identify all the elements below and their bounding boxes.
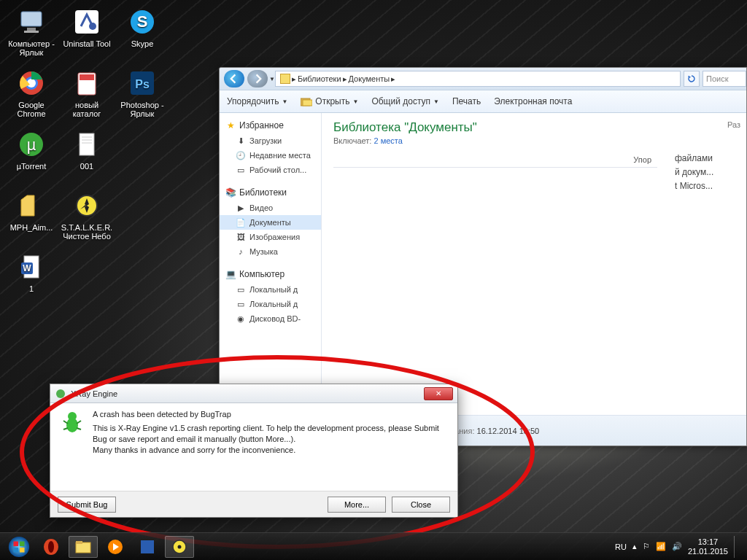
breadcrumb-bar[interactable]: ▸ Библиотеки ▸ Документы ▸: [275, 71, 681, 87]
music-icon: ♪: [236, 246, 246, 257]
content-pane: Библиотека "Документы" Включает: 2 места…: [322, 113, 669, 415]
nav-item-downloads[interactable]: ⬇Загрузки: [220, 133, 321, 148]
list-item[interactable]: t Micros...: [672, 179, 743, 193]
nav-item-localdisk[interactable]: ▭Локальный д: [220, 297, 321, 311]
star-icon: ★: [225, 120, 236, 131]
nav-item-localdisk[interactable]: ▭Локальный д: [220, 282, 321, 297]
explorer-address-bar: ▼ ▸ Библиотеки ▸ Документы ▸ Поиск: [220, 68, 746, 90]
desktop-icon-label: 001: [80, 162, 93, 171]
nav-history-dropdown[interactable]: ▼: [269, 76, 275, 82]
desktop-icon-utorrent[interactable]: µ µTorrent: [4, 127, 58, 185]
library-subtitle: Включает: 2 места: [333, 136, 657, 145]
svg-text:Ps: Ps: [135, 78, 150, 90]
toolbar-organize[interactable]: Упорядочить ▼: [227, 96, 287, 106]
includes-link[interactable]: 2 места: [374, 136, 402, 145]
submit-bug-button[interactable]: Submit Bug: [58, 497, 116, 513]
desktop-icon-label: 1: [29, 284, 34, 293]
desktop-icon-stalker[interactable]: S.T.A.L.K.E.R. Чистое Небо: [60, 188, 114, 246]
refresh-button[interactable]: [684, 71, 700, 87]
list-item[interactable]: й докум...: [672, 166, 743, 179]
xray-crash-dialog[interactable]: XRay Engine ✕ A crash has been detected …: [50, 384, 458, 518]
taskbar-explorer[interactable]: [69, 536, 98, 558]
svg-text:S: S: [137, 12, 148, 31]
tray-flag-icon[interactable]: ⚐: [643, 542, 650, 551]
xray-app-icon: [55, 388, 66, 400]
system-tray: RU ▴ ⚐ 📶 🔊 13:17 21.01.2015: [615, 536, 743, 558]
desktop-icon-chrome[interactable]: Google Chrome: [4, 66, 58, 124]
desktop-blank: [115, 188, 169, 246]
desktop-icon-001[interactable]: 001: [60, 127, 114, 185]
toolbar-print[interactable]: Печать: [452, 96, 481, 106]
language-indicator[interactable]: RU: [615, 542, 627, 551]
desktop-icon-label: MPH_Aim...: [10, 223, 53, 232]
clock-time: 13:17: [688, 537, 728, 546]
nav-forward-button[interactable]: [247, 70, 268, 88]
taskbar-clock[interactable]: 13:17 21.01.2015: [688, 537, 728, 555]
desktop-icon-photoshop[interactable]: Ps Photoshop - Ярлык: [115, 66, 169, 124]
svg-rect-1: [27, 28, 36, 31]
svg-rect-41: [141, 540, 154, 553]
nav-back-button[interactable]: [224, 70, 244, 88]
taskbar-stalker[interactable]: [165, 536, 194, 558]
pictures-icon: 🖼: [236, 232, 246, 242]
nav-item-desktop[interactable]: ▭Рабочий стол...: [220, 163, 321, 177]
tray-volume-icon[interactable]: 🔊: [672, 542, 682, 551]
toolbar-share[interactable]: Общий доступ ▼: [371, 96, 439, 106]
library-title: Библиотека "Документы": [333, 120, 657, 135]
start-button[interactable]: [4, 532, 34, 561]
svg-text:W: W: [23, 263, 31, 273]
svg-rect-25: [303, 100, 312, 106]
svg-rect-2: [24, 31, 39, 33]
toolbar-open[interactable]: Открыть ▼: [301, 96, 358, 106]
nav-computer-header[interactable]: 💻Компьютер: [220, 266, 321, 282]
column-headers[interactable]: Упор: [333, 155, 657, 168]
list-item[interactable]: файлами: [672, 152, 743, 166]
dialog-headline: A crash has been detected by BugTrap: [93, 409, 449, 420]
nav-item-bddrive[interactable]: ◉Дисковод BD-: [220, 311, 321, 326]
breadcrumb[interactable]: Библиотеки: [298, 74, 341, 83]
taskbar-app[interactable]: [133, 536, 162, 558]
desktop-icon-word1[interactable]: W 1: [4, 249, 58, 308]
nav-item-pictures[interactable]: 🖼Изображения: [220, 230, 321, 244]
nav-item-documents[interactable]: 📄Документы: [220, 215, 321, 230]
svg-rect-37: [76, 542, 90, 553]
dialog-button-row: Submit Bug More... Close: [50, 491, 457, 517]
desktop-icon-label: Photoshop - Ярлык: [117, 101, 168, 118]
search-box[interactable]: Поиск: [703, 71, 746, 87]
toolbar-email[interactable]: Электронная почта: [494, 96, 572, 106]
taskbar-opera[interactable]: [36, 536, 66, 558]
desktop-icon: ▭: [236, 165, 246, 175]
downloads-icon: ⬇: [236, 136, 246, 146]
desktop-icon-new-catalog[interactable]: новый каталог: [60, 66, 114, 124]
desktop-icon-label: µTorrent: [17, 162, 47, 171]
close-dialog-button[interactable]: Close: [392, 497, 450, 513]
close-button[interactable]: ✕: [424, 387, 453, 400]
svg-line-31: [63, 428, 68, 429]
svg-rect-11: [80, 74, 94, 80]
nav-item-video[interactable]: ▶Видео: [220, 201, 321, 215]
desktop-icon-computer[interactable]: Компьютер - Ярлык: [4, 4, 58, 63]
dialog-titlebar[interactable]: XRay Engine ✕: [50, 384, 457, 403]
show-desktop-button[interactable]: [734, 536, 740, 558]
desktop-icon-uninstall-tool[interactable]: Uninstall Tool: [60, 4, 114, 63]
nav-favorites-header[interactable]: ★Избранное: [220, 117, 321, 133]
svg-point-28: [68, 412, 77, 421]
desktop-blank: [115, 127, 169, 185]
svg-point-34: [9, 536, 29, 556]
desktop-icon-skype[interactable]: S Skype: [115, 4, 169, 63]
dialog-body-line: Many thanks in advance and sorry for the…: [93, 445, 449, 456]
more-button[interactable]: More...: [328, 497, 386, 513]
nav-item-recent[interactable]: 🕘Недавние места: [220, 148, 321, 163]
svg-text:µ: µ: [27, 136, 36, 154]
svg-point-4: [89, 23, 96, 30]
breadcrumb[interactable]: Документы: [349, 74, 390, 83]
svg-point-26: [56, 389, 65, 398]
nav-item-music[interactable]: ♪Музыка: [220, 244, 321, 259]
desktop-icon-mph-aim[interactable]: MPH_Aim...: [4, 188, 58, 246]
right-fragment: Раз файлами й докум... t Micros...: [669, 113, 746, 415]
tray-network-icon[interactable]: 📶: [656, 542, 666, 551]
nav-libraries-header[interactable]: 📚Библиотеки: [220, 184, 321, 201]
taskbar-wmp[interactable]: [101, 536, 130, 558]
taskbar[interactable]: RU ▴ ⚐ 📶 🔊 13:17 21.01.2015: [0, 532, 747, 560]
tray-show-hidden-icon[interactable]: ▴: [632, 542, 637, 551]
